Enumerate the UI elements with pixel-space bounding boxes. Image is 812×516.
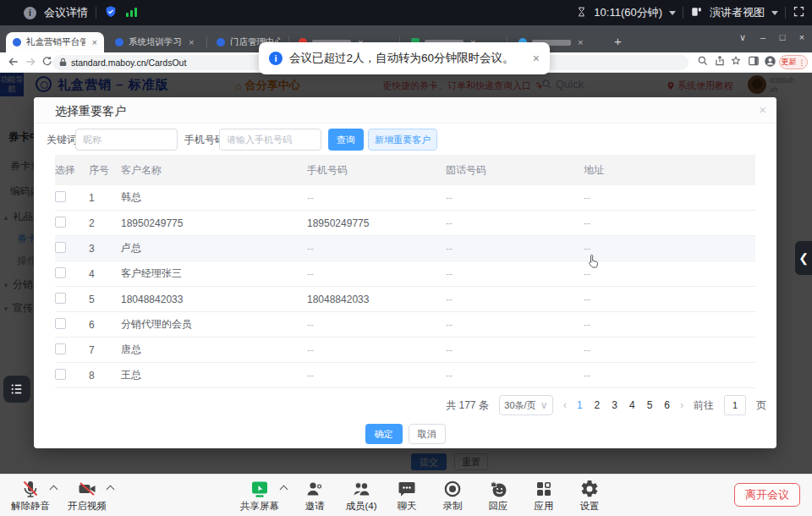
side-panel-icon[interactable]: [748, 55, 763, 70]
page-number[interactable]: 2: [595, 399, 601, 411]
divider: [785, 7, 786, 19]
next-page-icon[interactable]: ›: [680, 399, 683, 411]
tab-close-icon[interactable]: ×: [92, 37, 97, 47]
new-tab-button[interactable]: +: [614, 35, 622, 47]
fullscreen-icon[interactable]: [793, 5, 805, 20]
row-checkbox[interactable]: [55, 343, 66, 354]
timer-hourglass-icon: [576, 6, 587, 20]
apps-button[interactable]: 应用: [534, 479, 554, 513]
tab-close-icon[interactable]: ×: [578, 37, 583, 47]
zoom-icon[interactable]: [697, 55, 712, 70]
dialog-footer: 确定 取消: [34, 424, 776, 444]
meeting-panel-toggle[interactable]: [3, 376, 30, 403]
window-maximize-button[interactable]: □: [774, 32, 791, 42]
pagination-total: 共 177 条: [446, 398, 489, 413]
toast-close-icon[interactable]: ×: [533, 52, 540, 65]
row-checkbox[interactable]: [55, 242, 66, 253]
browser-tab-active[interactable]: 礼盒营销平台管理中心 ×: [6, 32, 104, 52]
tab-close-icon[interactable]: ×: [189, 37, 194, 47]
table-row[interactable]: 2 18950249775 18950249775 -- --: [55, 211, 755, 236]
tab-search-icon[interactable]: ∨: [734, 32, 751, 43]
network-signal-icon[interactable]: [125, 6, 138, 20]
table-row[interactable]: 5 18048842033 18048842033 -- --: [55, 287, 755, 312]
meeting-timer: 10:11(60分钟): [594, 5, 662, 20]
timer-dropdown-icon[interactable]: [669, 11, 676, 15]
security-shield-icon[interactable]: [104, 5, 118, 21]
window-minimize-button[interactable]: –: [754, 32, 771, 42]
screen: i 会议详情 10:11(60分钟) 演讲者视图: [0, 0, 812, 516]
chevron-down-icon: ∨: [540, 399, 548, 411]
table-row[interactable]: 6 分销代理的会员 -- -- --: [55, 312, 755, 338]
view-mode-label[interactable]: 演讲者视图: [710, 5, 765, 20]
page-size-select[interactable]: 30条/页 ∨: [499, 395, 553, 415]
row-checkbox[interactable]: [55, 191, 66, 202]
layout-view-icon: [690, 6, 703, 20]
row-checkbox[interactable]: [55, 318, 66, 329]
view-dropdown-icon[interactable]: [771, 11, 778, 15]
chat-icon: [397, 479, 417, 499]
profile-avatar-icon[interactable]: [764, 55, 779, 70]
meeting-details-label[interactable]: 会议详情: [44, 5, 88, 20]
row-checkbox[interactable]: [55, 369, 66, 380]
browser-tab[interactable]: 系统培训学习 ×: [108, 32, 203, 52]
row-checkbox[interactable]: [55, 267, 66, 278]
confirm-button[interactable]: 确定: [365, 424, 403, 444]
share-icon[interactable]: [714, 55, 729, 70]
row-checkbox[interactable]: [55, 293, 66, 304]
query-button[interactable]: 查询: [328, 129, 364, 151]
back-icon[interactable]: [7, 55, 22, 70]
browser-update-button[interactable]: 更新⋮: [779, 55, 808, 69]
page-number[interactable]: 4: [629, 399, 635, 411]
list-icon: [9, 382, 25, 397]
invite-button[interactable]: 邀请: [304, 479, 325, 513]
window-close-button[interactable]: ×: [793, 32, 810, 42]
settings-button[interactable]: 设置: [579, 479, 600, 513]
forward-icon[interactable]: [24, 55, 39, 70]
prev-page-icon[interactable]: ‹: [563, 399, 567, 411]
meeting-topbar: i 会议详情 10:11(60分钟) 演讲者视图: [0, 0, 812, 25]
table-row[interactable]: 8 王总 -- -- --: [55, 363, 755, 388]
dialog-close-icon[interactable]: ×: [759, 102, 766, 117]
table-row[interactable]: 3 卢总 -- -- --: [55, 236, 755, 261]
tab-favicon: [13, 38, 21, 47]
row-checkbox[interactable]: [55, 217, 66, 228]
video-options-icon[interactable]: [107, 486, 115, 494]
members-button[interactable]: 成员(4): [345, 479, 376, 513]
apps-grid-icon: [534, 479, 554, 499]
bookmark-star-icon[interactable]: [730, 55, 745, 70]
cancel-button[interactable]: 取消: [409, 424, 446, 444]
start-video-button[interactable]: 开启视频: [68, 479, 107, 513]
page-number[interactable]: 5: [647, 399, 653, 411]
page-number-current[interactable]: 1: [577, 399, 583, 411]
chat-button[interactable]: 聊天: [397, 479, 417, 513]
unmute-button[interactable]: 解除静音: [11, 479, 50, 513]
meeting-toolbar: 解除静音 开启视频 共享屏幕 邀请 成员(4) 聊天 录制: [0, 474, 812, 516]
goto-page-input[interactable]: [724, 395, 746, 415]
dialog-title: 选择重要客户: [55, 104, 126, 119]
select-customer-dialog: 选择重要客户 × 关键词 手机号码 查询 新增重要客户 选择 序号 客户名称 手…: [34, 97, 776, 448]
keyword-label: 关键词: [47, 133, 77, 147]
phone-input[interactable]: [219, 129, 321, 151]
table-row[interactable]: 7 唐总 -- -- --: [55, 338, 755, 363]
mic-options-icon[interactable]: [50, 486, 58, 494]
page-number[interactable]: 3: [612, 399, 617, 411]
web-page: 功能导航 礼盒营销 – 标准版 ⌂ 合分享中心 更快捷的券卡、订单和快递查询入口…: [0, 73, 812, 474]
chevron-left-icon: ❮: [798, 251, 809, 265]
page-number[interactable]: 6: [664, 399, 670, 411]
record-button[interactable]: 录制: [442, 479, 463, 513]
meeting-info-icon[interactable]: i: [24, 7, 36, 19]
share-screen-button[interactable]: 共享屏幕: [240, 479, 279, 513]
keyword-input[interactable]: [75, 129, 178, 151]
mouse-cursor: [587, 254, 600, 272]
table-row[interactable]: 1 韩总 -- -- --: [55, 185, 755, 211]
camera-muted-icon: [77, 479, 97, 499]
table-row[interactable]: 4 客户经理张三 -- -- --: [55, 261, 755, 287]
add-customer-button[interactable]: 新增重要客户: [368, 129, 437, 151]
reactions-button[interactable]: 回应: [488, 479, 508, 513]
record-icon: [442, 479, 463, 499]
members-icon: [351, 479, 371, 499]
share-options-icon[interactable]: [280, 486, 288, 494]
expand-sidebar-button[interactable]: ❮: [795, 241, 812, 275]
mic-muted-icon: [20, 479, 41, 499]
leave-meeting-button[interactable]: 离开会议: [734, 483, 800, 507]
